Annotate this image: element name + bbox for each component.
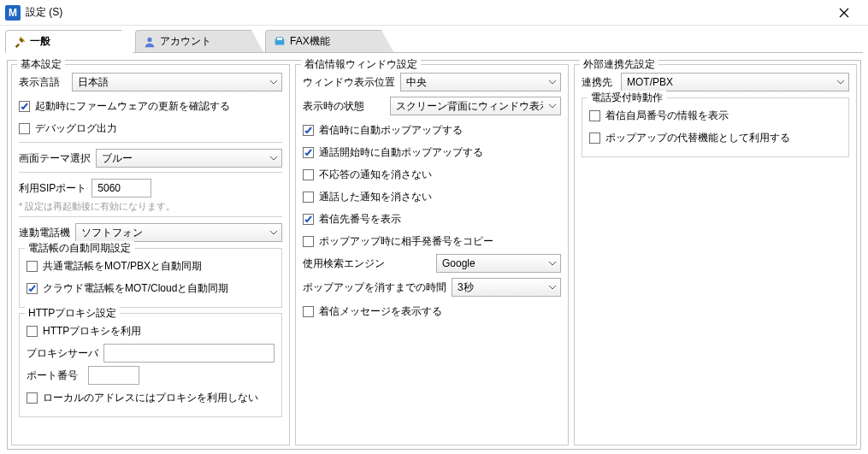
sip-port-hint: * 設定は再起動後に有効になります。 (19, 200, 282, 213)
search-select[interactable] (436, 254, 561, 273)
check-proxy-use-label: HTTPプロキシを利用 (43, 324, 141, 339)
group-recv-action: 電話受付時動作 着信自局番号の情報を表示 ポップアップの代替機能として利用する (582, 97, 849, 157)
check-proxy-use[interactable]: HTTPプロキシを利用 (27, 324, 141, 339)
check-phonebook-cloud-label: クラウド電話帳をMOT/Cloudと自動同期 (43, 281, 228, 296)
check-keep-called[interactable]: 通話した通知を消さない (303, 190, 432, 204)
check-popup-incoming[interactable]: 着信時に自動ポップアップする (303, 123, 463, 138)
check-proxy-nolocal[interactable]: ローカルのアドレスにはプロキシを利用しない (27, 391, 258, 405)
proxy-port-label: ポート番号 (27, 369, 83, 383)
close-icon (839, 8, 849, 18)
check-popup-call[interactable]: 通話開始時に自動ポップアップする (303, 145, 483, 160)
state-select[interactable] (390, 97, 561, 115)
group-external-title: 外部連携先設定 (580, 57, 658, 72)
check-debug-label: デバッグログ出力 (35, 121, 117, 136)
check-show-callee-label: 着信先番号を表示 (319, 212, 401, 227)
title-bar: M 設定 (S) (0, 0, 868, 26)
user-icon (143, 35, 156, 49)
svg-point-0 (147, 37, 151, 41)
group-incoming-title: 着信情報ウィンドウ設定 (301, 57, 421, 72)
check-debug[interactable]: デバッグログ出力 (19, 121, 117, 136)
check-copy-caller[interactable]: ポップアップ時に相手発番号をコピー (303, 234, 493, 249)
proxy-server-label: プロキシサーバ (27, 346, 98, 361)
theme-select[interactable] (96, 149, 282, 168)
sip-port-input[interactable] (92, 179, 151, 198)
pos-label: ウィンドウ表示位置 (303, 75, 395, 90)
group-proxy: HTTPプロキシ設定 HTTPプロキシを利用 プロキシサーバ ポート番号 (19, 313, 282, 417)
dest-label: 連携先 (582, 75, 616, 90)
app-icon: M (5, 5, 21, 21)
check-keep-missed[interactable]: 不応答の通知を消さない (303, 168, 432, 182)
fax-icon (273, 35, 286, 49)
check-show-localnum[interactable]: 着信自局番号の情報を表示 (589, 109, 729, 123)
check-popup-call-label: 通話開始時に自動ポップアップする (319, 145, 483, 160)
svg-rect-2 (277, 37, 283, 40)
pos-select[interactable] (400, 73, 561, 91)
check-show-callee[interactable]: 着信先番号を表示 (303, 212, 401, 227)
theme-label: 画面テーマ選択 (19, 151, 91, 166)
check-keep-called-label: 通話した通知を消さない (319, 190, 432, 204)
check-as-alt[interactable]: ポップアップの代替機能として利用する (589, 131, 790, 145)
group-proxy-title: HTTPプロキシ設定 (25, 306, 120, 321)
proxy-port-input[interactable] (88, 366, 139, 385)
tab-fax-label: FAX機能 (290, 34, 330, 49)
time-select[interactable] (452, 278, 561, 297)
lang-label: 表示言語 (19, 75, 67, 90)
lang-select[interactable] (72, 73, 282, 91)
check-keep-missed-label: 不応答の通知を消さない (319, 168, 432, 182)
check-firmware[interactable]: 起動時にファームウェアの更新を確認する (19, 99, 230, 114)
dest-select[interactable] (621, 73, 849, 91)
check-as-alt-label: ポップアップの代替機能として利用する (605, 131, 790, 145)
group-phonebook-title: 電話帳の自動同期設定 (25, 241, 134, 256)
check-phonebook-shared-label: 共通電話帳をMOT/PBXと自動同期 (43, 259, 202, 274)
phone-select[interactable] (75, 223, 282, 242)
client-area: 基本設定 表示言語 起動時にファームウェアの更新を確認する デバッグログ出力 (7, 60, 861, 450)
proxy-server-input[interactable] (103, 344, 275, 363)
group-basic: 基本設定 表示言語 起動時にファームウェアの更新を確認する デバッグログ出力 (11, 64, 290, 445)
tab-general-label: 一般 (30, 34, 50, 49)
check-proxy-nolocal-label: ローカルのアドレスにはプロキシを利用しない (43, 391, 258, 405)
phone-label: 連動電話機 (19, 226, 70, 240)
tab-account-label: アカウント (160, 34, 211, 49)
state-label: 表示時の状態 (303, 99, 385, 114)
check-popup-incoming-label: 着信時に自動ポップアップする (319, 123, 463, 138)
check-firmware-label: 起動時にファームウェアの更新を確認する (35, 99, 230, 114)
group-external: 外部連携先設定 連携先 電話受付時動作 着信自局番号の情報を表示 ポップアップの… (574, 64, 857, 445)
close-button[interactable] (827, 4, 861, 21)
group-basic-title: 基本設定 (17, 57, 65, 72)
tab-strip: 一般 アカウント FAX機能 (5, 29, 863, 53)
tools-icon (13, 35, 27, 49)
sip-port-label: 利用SIPポート (19, 181, 86, 196)
time-label: ポップアップを消すまでの時間 (303, 280, 446, 295)
window-title: 設定 (S) (26, 5, 827, 20)
check-phonebook-shared[interactable]: 共通電話帳をMOT/PBXと自動同期 (27, 259, 202, 274)
search-label: 使用検索エンジン (303, 256, 431, 271)
check-phonebook-cloud[interactable]: クラウド電話帳をMOT/Cloudと自動同期 (27, 281, 228, 296)
check-show-localnum-label: 着信自局番号の情報を表示 (605, 109, 729, 123)
tab-general[interactable]: 一般 (5, 30, 133, 53)
group-phonebook: 電話帳の自動同期設定 共通電話帳をMOT/PBXと自動同期 クラウド電話帳をMO… (19, 248, 282, 308)
group-incoming: 着信情報ウィンドウ設定 ウィンドウ表示位置 表示時の状態 着信時に自動ポップアッ… (295, 64, 569, 445)
tab-account[interactable]: アカウント (135, 30, 263, 52)
group-recv-action-title: 電話受付時動作 (588, 91, 666, 105)
check-show-msg[interactable]: 着信メッセージを表示する (303, 304, 442, 319)
check-show-msg-label: 着信メッセージを表示する (319, 304, 442, 319)
check-copy-caller-label: ポップアップ時に相手発番号をコピー (319, 234, 493, 249)
tab-fax[interactable]: FAX機能 (265, 30, 393, 52)
